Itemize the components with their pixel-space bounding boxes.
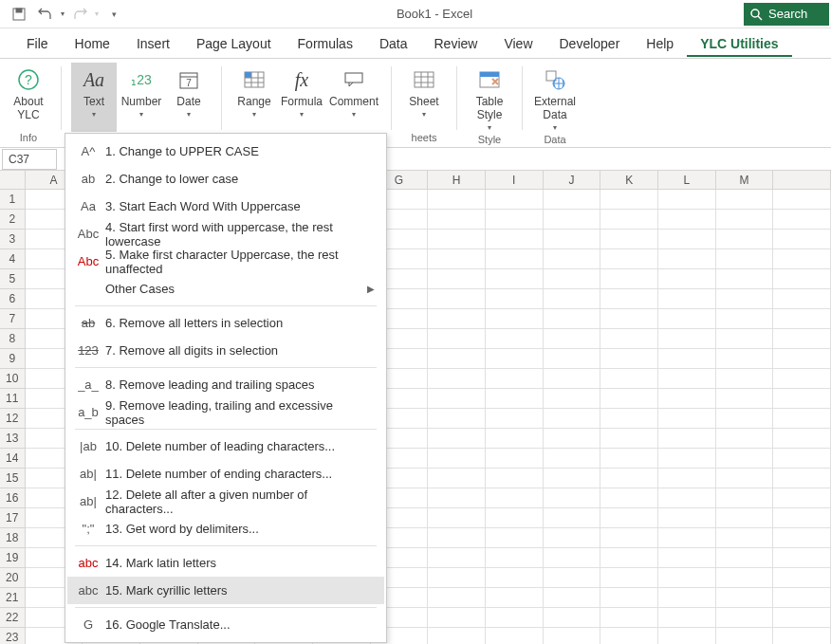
row-header[interactable]: 12	[0, 409, 26, 429]
cell[interactable]	[486, 269, 544, 289]
cell[interactable]	[544, 289, 601, 309]
row-header[interactable]: 19	[0, 548, 26, 568]
cell[interactable]	[658, 230, 716, 249]
cell[interactable]	[658, 289, 716, 309]
cell[interactable]	[544, 190, 601, 210]
cell[interactable]	[658, 548, 716, 568]
cell[interactable]	[544, 349, 601, 369]
cell[interactable]	[716, 429, 774, 449]
cell[interactable]	[600, 628, 658, 644]
cell[interactable]	[428, 429, 486, 449]
cell[interactable]	[716, 249, 774, 269]
cell[interactable]	[428, 210, 486, 230]
cell[interactable]	[658, 508, 716, 528]
row-header[interactable]: 1	[0, 190, 26, 210]
cell[interactable]	[600, 369, 658, 389]
cell[interactable]	[773, 449, 831, 469]
cell[interactable]	[658, 588, 716, 608]
row-header[interactable]: 8	[0, 329, 26, 349]
tab-view[interactable]: View	[490, 30, 545, 57]
cell[interactable]	[428, 588, 486, 608]
cell[interactable]	[486, 488, 544, 508]
cell[interactable]	[773, 289, 831, 309]
tab-formulas[interactable]: Formulas	[285, 30, 366, 57]
qat-customize[interactable]: ▾	[102, 3, 125, 26]
cell[interactable]	[716, 389, 774, 409]
search-box[interactable]: Search	[744, 3, 829, 26]
cell[interactable]	[544, 269, 601, 289]
cell[interactable]	[716, 568, 774, 588]
cell[interactable]	[428, 389, 486, 409]
cell[interactable]	[600, 409, 658, 429]
cell[interactable]	[658, 429, 716, 449]
row-header[interactable]: 6	[0, 289, 26, 309]
menu-item[interactable]: ";"13. Get word by delimiters...	[67, 515, 384, 543]
cell[interactable]	[716, 309, 774, 329]
cell[interactable]	[773, 409, 831, 429]
cell[interactable]	[773, 329, 831, 349]
menu-item[interactable]: Aa3. Start Each Word With Uppercase	[67, 193, 384, 220]
cell[interactable]	[773, 210, 831, 230]
menu-item[interactable]: Other Cases▶	[67, 275, 384, 303]
cell[interactable]	[544, 230, 601, 249]
cell[interactable]	[544, 409, 601, 429]
menu-item[interactable]: ab2. Change to lower case	[67, 165, 384, 193]
tab-developer[interactable]: Developer	[546, 30, 634, 57]
cell[interactable]	[486, 329, 544, 349]
column-header[interactable]	[773, 171, 831, 190]
cell[interactable]	[428, 230, 486, 249]
cell[interactable]	[486, 230, 544, 249]
about-ylc-button[interactable]: ? About YLC	[6, 63, 51, 132]
cell[interactable]	[773, 508, 831, 528]
cell[interactable]	[716, 329, 774, 349]
menu-item[interactable]: abc14. Mark latin letters	[67, 549, 384, 577]
cell[interactable]	[716, 449, 774, 469]
cell[interactable]	[716, 608, 774, 628]
cell[interactable]	[486, 369, 544, 389]
cell[interactable]	[773, 528, 831, 548]
cell[interactable]	[658, 369, 716, 389]
cell[interactable]	[600, 249, 658, 269]
save-button[interactable]	[8, 3, 30, 26]
cell[interactable]	[544, 329, 601, 349]
cell[interactable]	[544, 628, 601, 644]
cell[interactable]	[716, 488, 774, 508]
tab-review[interactable]: Review	[421, 30, 491, 57]
row-header[interactable]: 18	[0, 528, 26, 548]
cell[interactable]	[658, 210, 716, 230]
column-header[interactable]: I	[486, 171, 544, 190]
row-header[interactable]: 20	[0, 568, 26, 588]
cell[interactable]	[486, 409, 544, 429]
select-all-corner[interactable]	[0, 171, 26, 190]
cell[interactable]	[428, 568, 486, 588]
table-style-button[interactable]: Table Style ▾	[467, 63, 512, 134]
cell[interactable]	[600, 449, 658, 469]
cell[interactable]	[486, 289, 544, 309]
cell[interactable]	[544, 508, 601, 528]
cell[interactable]	[658, 449, 716, 469]
row-header[interactable]: 13	[0, 429, 26, 449]
text-button[interactable]: Aa Text ▾	[71, 63, 117, 132]
cell[interactable]	[428, 190, 486, 210]
cell[interactable]	[658, 488, 716, 508]
row-header[interactable]: 4	[0, 249, 26, 269]
cell[interactable]	[544, 249, 601, 269]
cell[interactable]	[544, 528, 601, 548]
cell[interactable]	[658, 329, 716, 349]
cell[interactable]	[428, 449, 486, 469]
cell[interactable]	[486, 449, 544, 469]
menu-item[interactable]: A^1. Change to UPPER CASE	[67, 138, 384, 165]
cell[interactable]	[716, 409, 774, 429]
cell[interactable]	[428, 309, 486, 329]
sheet-button[interactable]: Sheet ▾	[401, 63, 447, 132]
cell[interactable]	[773, 269, 831, 289]
cell[interactable]	[773, 628, 831, 644]
menu-item[interactable]: ab|11. Delete number of ending character…	[67, 460, 384, 488]
cell[interactable]	[428, 269, 486, 289]
cell[interactable]	[600, 190, 658, 210]
cell[interactable]	[600, 508, 658, 528]
undo-button[interactable]	[34, 3, 57, 26]
cell[interactable]	[544, 389, 601, 409]
menu-item[interactable]: ab6. Remove all letters in selection	[67, 309, 384, 337]
cell[interactable]	[428, 329, 486, 349]
